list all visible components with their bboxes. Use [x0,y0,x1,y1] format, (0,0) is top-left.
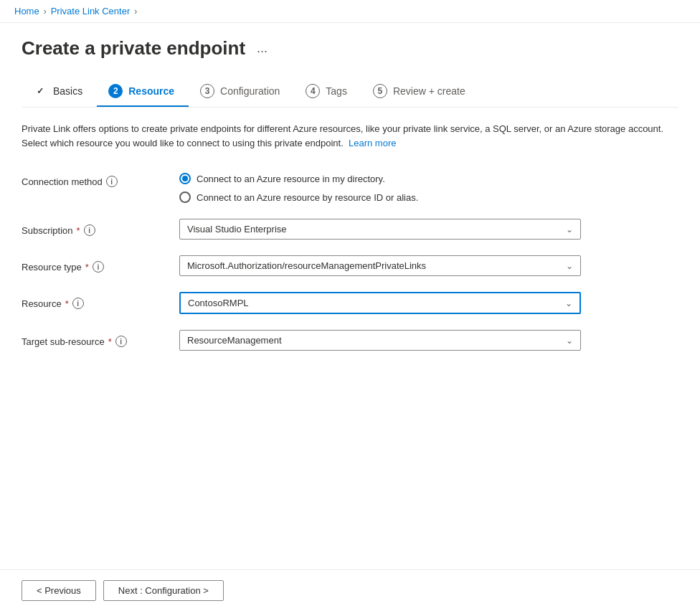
target-sub-resource-required: * [108,336,112,347]
page-title-row: Create a private endpoint ... [22,37,678,60]
tab-review[interactable]: 5 Review + create [361,77,480,107]
resource-chevron-icon: ⌄ [565,298,572,308]
bottom-bar: < Previous Next : Configuration > [0,569,700,611]
subscription-label: Subscription * i [22,219,179,236]
subscription-input-area: Visual Studio Enterprise ⌄ [179,219,678,240]
radio-directory-label: Connect to an Azure resource in my direc… [197,174,385,184]
resource-type-required: * [85,262,89,273]
breadcrumb-sep-2: › [134,6,137,16]
resource-row: Resource * i ContosoRMPL ⌄ [22,292,678,314]
radio-resource-id-label: Connect to an Azure resource by resource… [197,192,418,203]
resource-type-label: Resource type * i [22,255,179,273]
breadcrumb: Home › Private Link Center › [14,6,137,16]
tab-configuration[interactable]: 3 Configuration [189,77,294,107]
resource-type-dropdown[interactable]: Microsoft.Authorization/resourceManageme… [179,255,581,276]
tab-label-configuration: Configuration [220,85,280,97]
page-title: Create a private endpoint [22,37,245,60]
resource-type-info-icon[interactable]: i [93,261,104,273]
resource-label: Resource * i [22,292,179,309]
resource-value: ContosoRMPL [188,298,249,308]
target-sub-resource-value: ResourceManagement [187,335,282,346]
tab-label-basics: Basics [53,85,82,97]
radio-directory-input[interactable] [179,173,191,184]
description-text: Private Link offers options to create pr… [22,123,663,148]
tab-badge-basics: ✓ [33,84,47,98]
learn-more-link[interactable]: Learn more [349,138,396,148]
tab-label-resource: Resource [128,85,174,97]
top-bar: Home › Private Link Center › [0,0,700,23]
tab-badge-configuration: 3 [200,84,214,98]
target-sub-resource-chevron-icon: ⌄ [566,336,573,346]
resource-type-input-area: Microsoft.Authorization/resourceManageme… [179,255,678,276]
resource-type-row: Resource type * i Microsoft.Authorizatio… [22,255,678,276]
resource-type-chevron-icon: ⌄ [566,261,573,271]
resource-input-area: ContosoRMPL ⌄ [179,292,678,314]
radio-resource-id-input[interactable] [179,191,191,203]
target-sub-resource-dropdown[interactable]: ResourceManagement ⌄ [179,330,581,351]
wizard-tabs: ✓ Basics 2 Resource 3 Configuration 4 Ta… [22,77,678,108]
radio-directory[interactable]: Connect to an Azure resource in my direc… [179,173,678,184]
tab-resource[interactable]: 2 Resource [97,77,189,107]
resource-info-icon[interactable]: i [72,298,84,309]
connection-method-radio-group: Connect to an Azure resource in my direc… [179,170,678,203]
connection-method-info-icon[interactable]: i [106,176,118,187]
subscription-info-icon[interactable]: i [84,224,95,236]
tab-badge-review: 5 [373,84,387,98]
subscription-dropdown[interactable]: Visual Studio Enterprise ⌄ [179,219,581,240]
tab-label-tags: Tags [326,85,347,97]
description-box: Private Link offers options to create pr… [22,122,667,150]
subscription-value: Visual Studio Enterprise [187,224,287,235]
subscription-row: Subscription * i Visual Studio Enterpris… [22,219,678,240]
next-button[interactable]: Next : Configuration > [103,580,224,601]
target-sub-resource-label: Target sub-resource * i [22,330,179,347]
main-content: Create a private endpoint ... ✓ Basics 2… [0,23,700,381]
target-sub-resource-row: Target sub-resource * i ResourceManageme… [22,330,678,351]
resource-type-value: Microsoft.Authorization/resourceManageme… [187,260,426,271]
connection-method-row: Connection method i Connect to an Azure … [22,170,678,203]
ellipsis-button[interactable]: ... [252,39,272,57]
form-section: Connection method i Connect to an Azure … [22,170,678,351]
connection-method-input: Connect to an Azure resource in my direc… [179,170,678,203]
resource-required: * [65,298,69,309]
tab-basics[interactable]: ✓ Basics [22,77,97,107]
subscription-required: * [77,225,80,236]
tab-badge-tags: 4 [306,84,320,98]
previous-button[interactable]: < Previous [22,580,96,601]
radio-resource-id[interactable]: Connect to an Azure resource by resource… [179,191,678,203]
target-sub-resource-info-icon[interactable]: i [115,336,127,347]
breadcrumb-sep-1: › [44,6,47,16]
breadcrumb-home[interactable]: Home [14,6,39,16]
tab-badge-resource: 2 [108,84,123,98]
connection-method-label: Connection method i [22,170,179,187]
target-sub-resource-input-area: ResourceManagement ⌄ [179,330,678,351]
tab-label-review: Review + create [393,85,465,97]
breadcrumb-private-link-center[interactable]: Private Link Center [51,6,131,16]
subscription-chevron-icon: ⌄ [566,224,573,235]
tab-tags[interactable]: 4 Tags [294,77,361,107]
resource-dropdown[interactable]: ContosoRMPL ⌄ [179,292,581,314]
